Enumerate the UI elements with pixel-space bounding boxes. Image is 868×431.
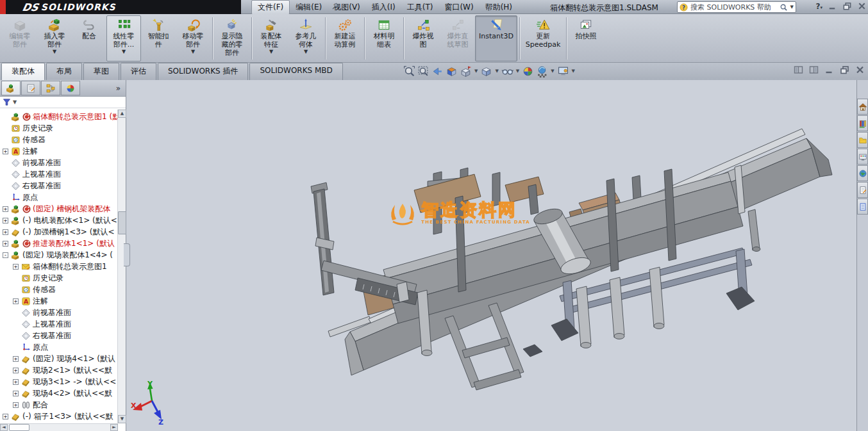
tree-row[interactable]: +配合	[0, 399, 118, 411]
docwin-pane-right-button[interactable]	[808, 65, 819, 75]
tree-row[interactable]: 上视基准面	[0, 168, 118, 180]
edit-appearance-button[interactable]	[521, 65, 535, 78]
zoom-to-fit-button[interactable]	[403, 65, 416, 78]
view-settings-dropdown-caret[interactable]: ▼	[572, 69, 575, 74]
assembly-model[interactable]	[126, 80, 856, 431]
hide-show-items-dropdown-caret[interactable]: ▼	[516, 69, 519, 74]
insert-component-button[interactable]: 插入零 部件▼	[37, 15, 72, 61]
tree-row[interactable]: 原点	[0, 341, 118, 353]
collapse-icon[interactable]: -	[3, 252, 8, 258]
previous-view-button[interactable]	[431, 65, 444, 78]
hide-show-items-button[interactable]	[501, 65, 514, 78]
appearances-scenes-tab[interactable]	[857, 165, 868, 181]
assembly-features-button[interactable]: 装配体 特征▼	[254, 15, 288, 61]
hscroll-thumb[interactable]	[9, 424, 29, 431]
menu-1[interactable]: 文件(F)	[251, 0, 290, 15]
filter-caret[interactable]: ▼	[13, 99, 17, 105]
file-explorer-tab[interactable]	[857, 132, 868, 148]
assembly-features-dropdown-caret[interactable]: ▼	[269, 49, 273, 54]
scroll-up-arrow[interactable]: ▲	[118, 110, 126, 118]
tree-row[interactable]: 历史记录	[0, 272, 118, 284]
search-icon[interactable]	[780, 3, 788, 12]
expand-icon[interactable]: +	[13, 298, 19, 304]
view-orientation-button[interactable]	[459, 65, 472, 78]
configurationmanager-tab[interactable]	[41, 81, 60, 95]
linear-component-pattern-button[interactable]: 线性零 部件...▼	[106, 15, 141, 61]
tree-filter-row[interactable]: ▼	[0, 97, 126, 108]
reference-geometry-button[interactable]: 参考几 何体▼	[288, 15, 323, 61]
expand-icon[interactable]: +	[13, 379, 19, 385]
menu-6[interactable]: 窗口(W)	[438, 1, 479, 14]
expand-icon[interactable]: +	[3, 149, 8, 154]
tree-row[interactable]: +箱体翻转总装示意图1	[0, 261, 118, 272]
expand-icon[interactable]: +	[13, 391, 19, 396]
panel-expand-chevron[interactable]: »	[112, 84, 124, 93]
tree-row[interactable]: 传感器	[0, 134, 118, 145]
tree-row[interactable]: +现场3<1> -> (默认<<	[0, 376, 118, 387]
filter-funnel-icon[interactable]	[3, 98, 11, 106]
tree-row[interactable]: +(-) 电机装配体<1> (默认<	[0, 215, 118, 226]
view-settings-button[interactable]	[556, 65, 570, 78]
tree-row[interactable]: -(固定) 现场装配体1<4> (	[0, 249, 118, 261]
tab-评估[interactable]: 评估	[121, 63, 156, 80]
expand-icon[interactable]: +	[13, 402, 19, 408]
menu-5[interactable]: 工具(T)	[401, 1, 439, 14]
app-close-button[interactable]	[857, 1, 867, 11]
app-help-button[interactable]: ?▾	[816, 2, 822, 11]
tree-row[interactable]: 原点	[0, 191, 118, 203]
tree-row[interactable]: +(-) 箱子1<3> (默认<<默	[0, 411, 118, 422]
tree-row[interactable]: 前视基准面	[0, 307, 118, 318]
document-pane-tab[interactable]	[857, 199, 868, 215]
tree-row[interactable]: +(固定) 槽钢机架装配体	[0, 203, 118, 215]
tab-布局[interactable]: 布局	[46, 63, 82, 80]
section-view-button[interactable]	[445, 65, 458, 78]
docwin-restore-button[interactable]	[839, 65, 850, 75]
insert-component-dropdown-caret[interactable]: ▼	[53, 49, 56, 54]
tree-row[interactable]: 前视基准面	[0, 157, 118, 168]
docwin-pane-left-button[interactable]	[793, 65, 804, 75]
scroll-left-arrow[interactable]: ◄	[0, 424, 8, 431]
tree-row[interactable]: 历史记录	[0, 122, 118, 134]
docwin-minimize-button[interactable]	[824, 65, 835, 75]
tree-row[interactable]: +注解	[0, 145, 118, 157]
scroll-down-arrow[interactable]: ▼	[118, 415, 126, 423]
apply-scene-dropdown-caret[interactable]: ▼	[551, 69, 554, 74]
expand-icon[interactable]: +	[3, 414, 8, 419]
tree-row[interactable]: +现场4<2> (默认<<默	[0, 387, 118, 399]
app-restore-button[interactable]	[842, 1, 852, 11]
tab-SOLIDWORKS 插件[interactable]: SOLIDWORKS 插件	[158, 63, 248, 80]
tree-row[interactable]: +(固定) 现场4<1> (默认	[0, 353, 118, 364]
exploded-view-button[interactable]: 爆炸视 图	[406, 15, 440, 61]
docwin-close-button[interactable]	[855, 65, 865, 75]
graphics-viewport[interactable]: 智造资料网 THE BEST CHINA FACTURING DATA Y X …	[126, 80, 856, 431]
tab-草图[interactable]: 草图	[83, 63, 119, 80]
tree-horizontal-scrollbar[interactable]: ◄ ►	[0, 423, 118, 431]
tree-row[interactable]: +推进装配体1<1> (默认	[0, 238, 118, 249]
expand-icon[interactable]: +	[3, 206, 8, 212]
mate-button[interactable]: 配合	[72, 15, 106, 61]
expand-icon[interactable]: +	[3, 229, 8, 235]
solidworks-resources-tab[interactable]	[857, 99, 868, 115]
move-component-dropdown-caret[interactable]: ▼	[191, 49, 195, 54]
menu-4[interactable]: 插入(I)	[366, 1, 401, 14]
tree-row[interactable]: 右视基准面	[0, 330, 118, 341]
pin-icon[interactable]	[331, 2, 340, 13]
show-hidden-components-button[interactable]: 显示隐 藏的零 部件	[215, 15, 249, 61]
update-speedpak-button[interactable]: 更新 Speedpak	[522, 15, 564, 61]
linear-component-pattern-dropdown-caret[interactable]: ▼	[122, 49, 126, 54]
tree-row[interactable]: 上视基准面	[0, 318, 118, 330]
tree-row[interactable]: 传感器	[0, 284, 118, 295]
scroll-right-arrow[interactable]: ►	[110, 424, 118, 431]
display-style-button[interactable]	[480, 65, 493, 78]
view-palette-tab[interactable]	[857, 149, 868, 165]
instant3d-button[interactable]: Instant3D	[475, 15, 517, 61]
display-style-dropdown-caret[interactable]: ▼	[495, 69, 498, 74]
tree-row[interactable]: +(-) 加强槽钢1<3> (默认<	[0, 226, 118, 238]
search-box[interactable]: 搜索 SOLIDWORKS 帮助 ▼	[677, 1, 796, 13]
view-orientation-dropdown-caret[interactable]: ▼	[474, 69, 478, 74]
reference-geometry-dropdown-caret[interactable]: ▼	[304, 49, 308, 54]
smart-fasteners-button[interactable]: 智能扣 件	[141, 15, 176, 61]
menu-2[interactable]: 编辑(E)	[290, 1, 328, 14]
tree-row[interactable]: +注解	[0, 295, 118, 307]
panel-splitter-grip[interactable]	[124, 243, 130, 266]
